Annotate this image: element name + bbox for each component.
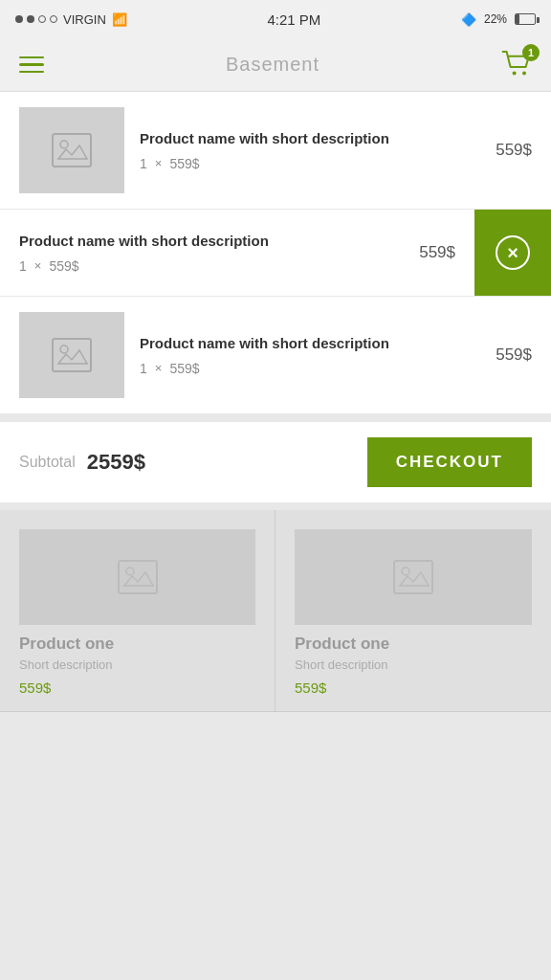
dot2	[27, 15, 34, 23]
cart-list: Product name with short description 1 × …	[0, 92, 551, 414]
status-time: 4:21 PM	[267, 11, 320, 28]
cart-badge: 1	[522, 44, 540, 61]
item-name-1: Product name with short description	[140, 129, 484, 148]
item-name-3: Product name with short description	[140, 334, 484, 353]
product-desc-2: Short description	[295, 657, 532, 672]
image-placeholder-icon-3	[51, 337, 93, 373]
product-name-1: Product one	[19, 635, 255, 654]
dot4	[50, 15, 57, 23]
product-card-1: Product one Short description 559$	[0, 510, 276, 712]
item-x-2: ×	[34, 258, 42, 273]
svg-rect-4	[53, 339, 91, 371]
cart-item-3: Product name with short description 1 × …	[0, 297, 551, 414]
item-x-3: ×	[155, 361, 163, 375]
item-info-2: Product name with short description 1 × …	[19, 232, 408, 274]
item-unit-price-1: 559$	[169, 156, 199, 171]
item-total-2: 559$	[419, 243, 455, 262]
subtotal-amount: 2559$	[87, 450, 367, 475]
item-qty-price-2: 1 × 559$	[19, 258, 408, 274]
product-image-2	[295, 529, 532, 625]
image-placeholder-icon	[51, 132, 93, 168]
item-total-3: 559$	[496, 345, 532, 365]
checkout-bar: Subtotal 2559$ CHECKOUT	[0, 422, 551, 502]
item-info-3: Product name with short description 1 × …	[140, 334, 484, 376]
checkout-button[interactable]: CHECKOUT	[367, 437, 532, 487]
delete-x-icon: ×	[496, 235, 530, 270]
hamburger-line-2	[19, 63, 44, 66]
header: Basement 1	[0, 38, 551, 92]
item-unit-price-2: 559$	[49, 258, 78, 274]
product-grid: Product one Short description 559$ Produ…	[0, 510, 551, 712]
signal-dots	[15, 15, 57, 23]
product-price-1: 559$	[19, 679, 255, 696]
item-image-1	[19, 107, 124, 193]
swiped-item-content: Product name with short description 1 × …	[0, 216, 474, 289]
svg-rect-8	[394, 561, 432, 593]
delete-button-2[interactable]: ×	[474, 210, 551, 296]
dot1	[15, 15, 23, 23]
battery-bar	[515, 13, 536, 25]
svg-point-0	[513, 71, 517, 75]
battery-percent: 22%	[484, 12, 507, 26]
product-price-2: 559$	[295, 679, 532, 696]
product-desc-1: Short description	[19, 657, 255, 672]
status-left: VIRGIN 📶	[15, 12, 127, 27]
item-qty-2: 1	[19, 258, 27, 274]
product-card-2: Product one Short description 559$	[276, 510, 551, 712]
svg-point-3	[60, 141, 68, 148]
cart-button[interactable]: 1	[501, 50, 532, 80]
item-info-1: Product name with short description 1 × …	[140, 129, 484, 171]
header-title: Basement	[226, 54, 320, 76]
dot3	[38, 15, 46, 23]
item-qty-price-3: 1 × 559$	[140, 361, 484, 376]
delete-x-label: ×	[507, 242, 518, 264]
status-right: 🔷 22%	[461, 12, 536, 27]
cart-item-swiped: Product name with short description 1 × …	[0, 210, 551, 297]
svg-point-5	[60, 345, 68, 353]
product-image-1	[19, 529, 255, 625]
item-total-1: 559$	[496, 141, 532, 160]
item-unit-price-3: 559$	[169, 361, 199, 376]
product-name-2: Product one	[295, 635, 532, 654]
svg-point-7	[126, 568, 134, 575]
menu-button[interactable]	[19, 56, 44, 74]
svg-rect-6	[119, 561, 157, 593]
item-x-1: ×	[155, 156, 163, 170]
svg-point-9	[402, 568, 409, 575]
item-qty-3: 1	[140, 361, 147, 376]
hamburger-line-1	[19, 56, 44, 59]
bluetooth-icon: 🔷	[461, 12, 476, 27]
battery-fill	[516, 14, 519, 24]
svg-rect-2	[53, 134, 91, 167]
carrier-label: VIRGIN	[63, 12, 106, 27]
item-qty-price-1: 1 × 559$	[140, 156, 484, 171]
status-bar: VIRGIN 📶 4:21 PM 🔷 22%	[0, 0, 551, 38]
item-name-2: Product name with short description	[19, 232, 408, 251]
subtotal-label: Subtotal	[19, 454, 76, 471]
product-img-icon-2	[392, 559, 434, 595]
item-qty-1: 1	[140, 156, 147, 171]
item-image-3	[19, 312, 124, 398]
hamburger-line-3	[19, 71, 44, 74]
product-img-icon-1	[117, 559, 159, 595]
wifi-icon: 📶	[112, 12, 127, 27]
cart-item: Product name with short description 1 × …	[0, 92, 551, 210]
svg-point-1	[522, 71, 526, 75]
